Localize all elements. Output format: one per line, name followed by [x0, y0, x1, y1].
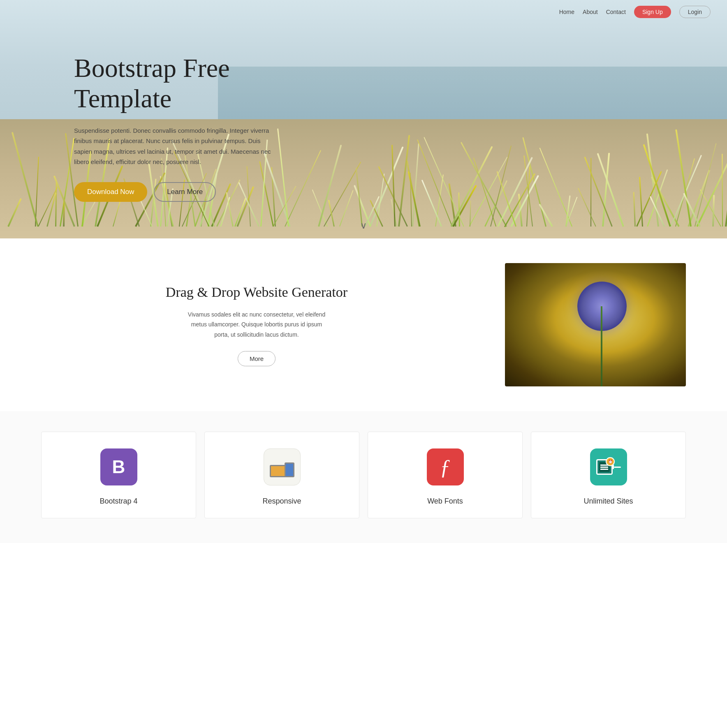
cards-grid: B Bootstrap 4 Responsive ƒ Web Fonts [41, 432, 686, 518]
cards-section: B Bootstrap 4 Responsive ƒ Web Fonts [0, 411, 727, 543]
more-button[interactable]: More [238, 351, 276, 366]
clock-badge: ⏰ [606, 457, 615, 466]
feature-section: Drag & Drop Website Generator Vivamus so… [0, 238, 727, 411]
card-unlimited-label: Unlimited Sites [583, 497, 633, 506]
card-bootstrap-label: Bootstrap 4 [100, 497, 137, 506]
nav-contact-link[interactable]: Contact [606, 9, 626, 15]
feature-text: Drag & Drop Website Generator Vivamus so… [41, 263, 472, 386]
sites-monitor-graphic: ⏰ [596, 456, 621, 478]
tablet-device [285, 462, 294, 477]
monitor-device [270, 465, 286, 477]
hero-buttons: Download Now Learn More [74, 182, 280, 202]
nav-about-link[interactable]: About [583, 9, 598, 15]
feature-title: Drag & Drop Website Generator [166, 283, 347, 301]
feature-description: Vivamus sodales elit ac nunc consectetur… [187, 310, 326, 340]
card-responsive-label: Responsive [262, 497, 301, 506]
webfonts-f-letter: ƒ [440, 455, 451, 479]
hero-section: Bootstrap Free Template Suspendisse pote… [0, 0, 727, 238]
card-responsive: Responsive [204, 432, 359, 518]
monitor-base [614, 467, 621, 468]
card-webfonts-label: Web Fonts [427, 497, 463, 506]
webfonts-icon: ƒ [427, 448, 464, 485]
card-webfonts: ƒ Web Fonts [368, 432, 523, 518]
scroll-down-chevron[interactable]: ∨ [360, 220, 367, 231]
devices-graphic [270, 457, 294, 477]
feature-image [505, 263, 686, 386]
card-bootstrap: B Bootstrap 4 [41, 432, 196, 518]
nav-links: Home About Contact Sign Up Login [559, 6, 711, 18]
responsive-icon [264, 448, 301, 485]
monitor-body: ⏰ [596, 459, 613, 475]
download-now-button[interactable]: Download Now [74, 182, 147, 202]
navbar: Home About Contact Sign Up Login [0, 0, 727, 24]
signup-button[interactable]: Sign Up [634, 6, 671, 18]
bootstrap-icon: B [100, 448, 137, 485]
nav-home-link[interactable]: Home [559, 9, 574, 15]
hero-title: Bootstrap Free Template [74, 53, 280, 113]
unlimited-icon: ⏰ [590, 448, 627, 485]
hero-description: Suspendisse potenti. Donec convallis com… [74, 125, 271, 167]
hero-content: Bootstrap Free Template Suspendisse pote… [0, 12, 280, 226]
login-button[interactable]: Login [679, 6, 711, 18]
learn-more-button[interactable]: Learn More [154, 182, 216, 202]
bootstrap-b-letter: B [112, 457, 125, 477]
card-unlimited: ⏰ Unlimited Sites [531, 432, 686, 518]
flower-photo [505, 263, 686, 386]
